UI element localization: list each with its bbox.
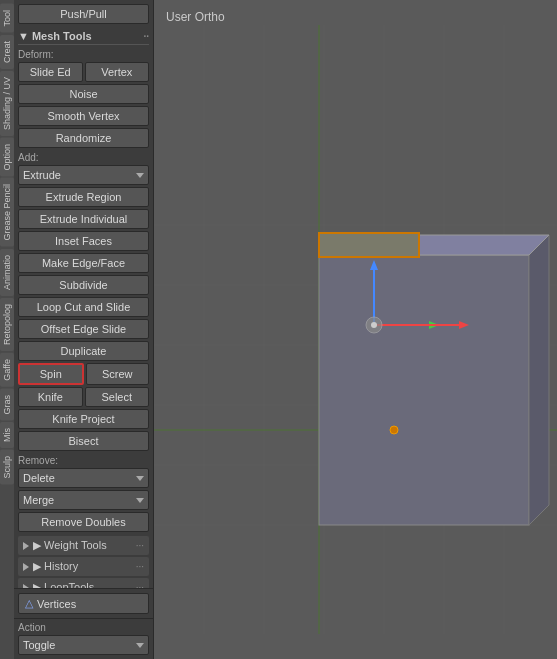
vtab-tool[interactable]: Tool <box>0 4 14 33</box>
add-label: Add: <box>18 152 149 163</box>
vtab-sculp[interactable]: Sculp <box>0 450 14 485</box>
remove-doubles-button[interactable]: Remove Doubles <box>18 512 149 532</box>
vtab-mis[interactable]: Mis <box>0 422 14 448</box>
svg-point-27 <box>371 322 377 328</box>
vtab-gras[interactable]: Gras <box>0 389 14 421</box>
vtab-retopology[interactable]: Retopolog <box>0 298 14 351</box>
loop-tools-header[interactable]: ▶ LoopTools ··· <box>18 578 149 588</box>
weight-tools-section: ▶ Weight Tools ··· <box>18 536 149 555</box>
slide-ed-button[interactable]: Slide Ed <box>18 62 83 82</box>
smooth-vertex-button[interactable]: Smooth Vertex <box>18 106 149 126</box>
spin-screw-row: Spin Screw <box>18 363 149 385</box>
history-arrow-icon <box>23 563 29 571</box>
svg-rect-15 <box>319 255 529 525</box>
toggle-label: Toggle <box>23 639 55 651</box>
subdivide-button[interactable]: Subdivide <box>18 275 149 295</box>
extrude-region-button[interactable]: Extrude Region <box>18 187 149 207</box>
sidebar-panel: Push/Pull ▼ Mesh Tools ·· Deform: Slide … <box>14 0 154 659</box>
duplicate-button[interactable]: Duplicate <box>18 341 149 361</box>
offset-edge-slide-button[interactable]: Offset Edge Slide <box>18 319 149 339</box>
vtab-option[interactable]: Option <box>0 138 14 177</box>
action-bar: Action Toggle <box>14 618 153 659</box>
viewport: User Ortho Meters <box>154 0 557 659</box>
vertices-bar: △ Vertices <box>14 588 153 618</box>
screw-button[interactable]: Screw <box>86 363 150 385</box>
mesh-tools-dots: ·· <box>143 31 149 42</box>
svg-rect-18 <box>319 233 419 257</box>
loop-cut-slide-button[interactable]: Loop Cut and Slide <box>18 297 149 317</box>
weight-tools-left: ▶ Weight Tools <box>23 539 107 552</box>
delete-arrow-icon <box>136 476 144 481</box>
merge-dropdown[interactable]: Merge <box>18 490 149 510</box>
delete-label: Delete <box>23 472 55 484</box>
history-section: ▶ History ··· <box>18 557 149 576</box>
sidebar-scroll-area: Push/Pull ▼ Mesh Tools ·· Deform: Slide … <box>14 0 153 588</box>
deform-label: Deform: <box>18 49 149 60</box>
knife-button[interactable]: Knife <box>18 387 83 407</box>
make-edge-face-button[interactable]: Make Edge/Face <box>18 253 149 273</box>
select-button[interactable]: Select <box>85 387 150 407</box>
knife-select-row: Knife Select <box>18 387 149 407</box>
vertex-button[interactable]: Vertex <box>85 62 150 82</box>
push-pull-button[interactable]: Push/Pull <box>18 4 149 24</box>
vtab-animation[interactable]: Animatio <box>0 249 14 296</box>
spin-button[interactable]: Spin <box>18 363 84 385</box>
bisect-button[interactable]: Bisect <box>18 431 149 451</box>
deform-row: Slide Ed Vertex <box>18 62 149 82</box>
vertices-icon: △ <box>25 597 33 610</box>
viewport-svg <box>154 0 557 659</box>
weight-tools-header[interactable]: ▶ Weight Tools ··· <box>18 536 149 555</box>
toggle-arrow-icon <box>136 643 144 648</box>
svg-marker-16 <box>529 235 549 525</box>
extrude-dropdown[interactable]: Extrude <box>18 165 149 185</box>
history-left: ▶ History <box>23 560 78 573</box>
vtab-shading[interactable]: Shading / UV <box>0 71 14 136</box>
vertices-select[interactable]: △ Vertices <box>18 593 149 614</box>
weight-tools-label: ▶ Weight Tools <box>33 539 107 552</box>
loop-tools-left: ▶ LoopTools <box>23 581 94 588</box>
remove-label: Remove: <box>18 455 149 466</box>
history-dots: ··· <box>136 561 144 572</box>
extrude-arrow-icon <box>136 173 144 178</box>
knife-project-button[interactable]: Knife Project <box>18 409 149 429</box>
weight-tools-dots: ··· <box>136 540 144 551</box>
delete-dropdown[interactable]: Delete <box>18 468 149 488</box>
extrude-label: Extrude <box>23 169 61 181</box>
inset-faces-button[interactable]: Inset Faces <box>18 231 149 251</box>
svg-point-19 <box>390 426 398 434</box>
history-header[interactable]: ▶ History ··· <box>18 557 149 576</box>
vertices-label: Vertices <box>37 598 76 610</box>
toggle-dropdown[interactable]: Toggle <box>18 635 149 655</box>
noise-button[interactable]: Noise <box>18 84 149 104</box>
vtab-grease-pencil[interactable]: Grease Pencil <box>0 178 14 247</box>
weight-tools-arrow-icon <box>23 542 29 550</box>
vertical-tabs-panel: Tool Creat Shading / UV Option Grease Pe… <box>0 0 14 659</box>
mesh-tools-label: ▼ Mesh Tools <box>18 30 92 42</box>
randomize-button[interactable]: Randomize <box>18 128 149 148</box>
loop-tools-label: ▶ LoopTools <box>33 581 94 588</box>
merge-arrow-icon <box>136 498 144 503</box>
mesh-tools-header: ▼ Mesh Tools ·· <box>18 28 149 45</box>
loop-tools-section: ▶ LoopTools ··· <box>18 578 149 588</box>
vtab-create[interactable]: Creat <box>0 35 14 69</box>
extrude-individual-button[interactable]: Extrude Individual <box>18 209 149 229</box>
history-label: ▶ History <box>33 560 78 573</box>
vtab-gaffe[interactable]: Gaffe <box>0 353 14 387</box>
action-label-text: Action <box>18 622 149 633</box>
merge-label: Merge <box>23 494 54 506</box>
